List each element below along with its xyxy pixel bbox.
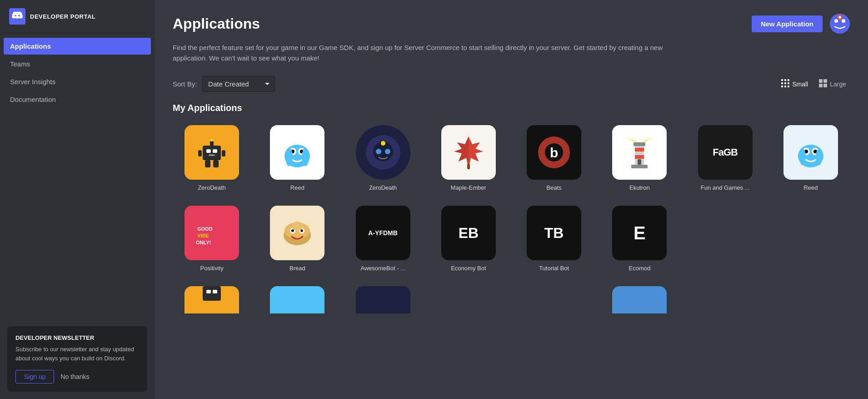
partial-icon-3 (356, 286, 410, 313)
sidebar-item-teams[interactable]: Teams (4, 56, 151, 72)
app-card-ecomod[interactable]: E Ecomod (600, 202, 678, 275)
blob-icon (279, 134, 315, 171)
bread-icon (279, 215, 315, 251)
topbar-right: New Application (752, 14, 850, 34)
svg-rect-11 (788, 82, 789, 84)
small-grid-icon (781, 79, 789, 89)
svg-rect-20 (206, 149, 211, 153)
app-card-tb[interactable]: TB Tutorial Bot (515, 202, 593, 275)
app-name-zerodeath1: ZeroDeath (198, 184, 225, 191)
app-icon-tb: TB (527, 206, 581, 260)
app-card-zerodeath2[interactable]: ZeroDeath (344, 121, 422, 195)
app-grid-row3-partial (173, 283, 850, 317)
app-card-empty1 (686, 202, 764, 275)
svg-rect-28 (213, 160, 219, 167)
svg-point-69 (300, 229, 303, 232)
svg-point-59 (799, 149, 806, 165)
large-grid-icon (819, 79, 827, 89)
app-card-partial7 (686, 283, 764, 317)
app-card-beats[interactable]: b b Beats (515, 121, 593, 195)
svg-rect-12 (781, 86, 783, 87)
svg-rect-41 (467, 164, 470, 169)
newsletter-actions: Sign up No thanks (15, 370, 139, 384)
positivity-icon: GOOD VIBE ONLY! (194, 215, 230, 251)
robot-icon (194, 134, 230, 171)
app-card-maple[interactable]: Maple-Ember (429, 121, 508, 195)
newsletter-box: DEVELOPER NEWSLETTER Subscribe to our ne… (7, 326, 147, 392)
app-icon-reed2 (783, 125, 838, 180)
lighthouse-icon (621, 134, 658, 171)
maple-leaf-icon (450, 134, 487, 171)
app-card-empty2 (772, 202, 850, 275)
avatar-image (830, 14, 850, 34)
svg-rect-19 (203, 146, 221, 160)
svg-rect-53 (638, 159, 641, 165)
signup-button[interactable]: Sign up (15, 370, 54, 384)
large-view-button[interactable]: Large (815, 77, 850, 91)
view-toggle: Small Large (778, 77, 850, 91)
svg-text:ONLY!: ONLY! (196, 240, 211, 245)
app-icon-bread (270, 206, 324, 260)
newsletter-description: Subscribe to our newsletter and stay upd… (15, 345, 139, 363)
app-name-maple: Maple-Ember (451, 184, 486, 191)
svg-rect-73 (213, 290, 217, 293)
app-name-positivity: Positivity (200, 265, 223, 272)
app-name-reed2: Reed (803, 184, 818, 191)
new-application-button[interactable]: New Application (752, 15, 823, 32)
app-card-bread[interactable]: Bread (258, 202, 336, 275)
app-name-ecomod: Ecomod (629, 265, 651, 272)
large-grid-icon-svg (819, 79, 827, 87)
app-name-ayfdmb: AwesomeBot - ... (360, 265, 405, 272)
dots-grid-icon (781, 79, 789, 87)
app-name-tb: Tutorial Bot (539, 265, 569, 272)
large-label: Large (830, 81, 846, 88)
sidebar-item-applications[interactable]: Applications (4, 38, 151, 55)
sort-select[interactable]: Date Created Name Last Modified (202, 76, 275, 92)
app-card-partial3[interactable] (344, 283, 422, 317)
svg-rect-13 (784, 86, 786, 87)
topbar: Applications New Application (173, 14, 850, 34)
app-card-ekutron[interactable]: Ekutron (600, 121, 678, 195)
app-card-zerodeath1[interactable]: ZeroDeath (173, 121, 251, 195)
partial-icon-2 (270, 286, 324, 313)
sidebar-header: DEVELOPER PORTAL (0, 0, 155, 33)
app-grid-row2: GOOD VIBE ONLY! Positivity (173, 202, 850, 275)
user-avatar[interactable] (830, 14, 850, 34)
app-card-partial2[interactable] (258, 283, 336, 317)
app-card-partial1[interactable] (173, 283, 251, 317)
sidebar-item-server-insights[interactable]: Server Insights (4, 73, 151, 90)
small-view-button[interactable]: Small (778, 77, 812, 91)
robot-dark-icon (365, 134, 401, 171)
svg-point-2 (834, 19, 838, 23)
app-name-fagb: Fun and Games ... (701, 184, 750, 191)
blob2-icon (793, 134, 829, 171)
app-name-eb: Economy Bot (451, 265, 486, 272)
sidebar-item-documentation[interactable]: Documentation (4, 91, 151, 108)
svg-rect-52 (631, 165, 648, 168)
app-card-eb[interactable]: EB Economy Bot (429, 202, 508, 275)
svg-rect-8 (788, 79, 789, 81)
svg-rect-49 (635, 148, 644, 152)
app-name-reed1: Reed (290, 184, 304, 191)
svg-point-3 (842, 19, 845, 23)
no-thanks-button[interactable]: No thanks (60, 373, 89, 380)
app-name-beats: Beats (547, 184, 562, 191)
svg-text:VIBE: VIBE (197, 233, 209, 238)
svg-rect-72 (206, 290, 211, 293)
app-card-partial6[interactable] (600, 283, 678, 317)
app-card-reed2[interactable]: Reed (772, 121, 850, 195)
app-card-ayfdmb[interactable]: A-YFDMB AwesomeBot - ... (344, 202, 422, 275)
app-grid-row1: ZeroDeath Reed (173, 121, 850, 195)
svg-point-24 (210, 139, 213, 141)
small-label: Small (792, 81, 808, 88)
app-card-fagb[interactable]: FaGB Fun and Games ... (686, 121, 764, 195)
svg-rect-27 (205, 160, 210, 167)
app-card-positivity[interactable]: GOOD VIBE ONLY! Positivity (173, 202, 251, 275)
svg-point-5 (838, 16, 841, 19)
svg-point-34 (285, 148, 293, 166)
app-card-reed1[interactable]: Reed (258, 121, 336, 195)
page-title: Applications (173, 15, 260, 32)
svg-point-68 (291, 229, 294, 232)
app-icon-eb: EB (441, 206, 496, 260)
svg-rect-14 (788, 86, 789, 87)
